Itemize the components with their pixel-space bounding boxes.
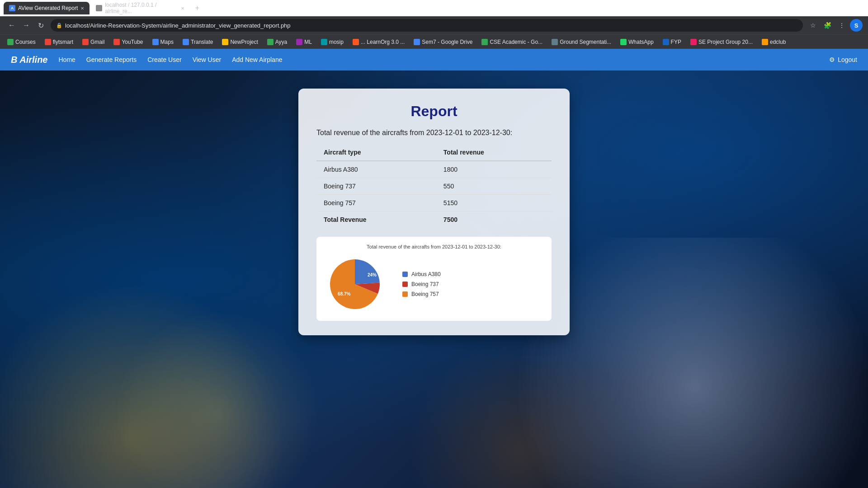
table-row-0: Airbus A3801800 <box>316 161 552 178</box>
cell-revenue-1: 550 <box>436 178 552 195</box>
browser-chrome: A AView Generated Report ✕ localhost / 1… <box>0 0 868 49</box>
tab-bar: A AView Generated Report ✕ localhost / 1… <box>0 0 868 16</box>
bookmark-bm1[interactable]: Courses <box>4 38 39 46</box>
pie-chart-wrapper: 24% 68.7% <box>326 255 384 314</box>
tab-inactive[interactable]: localhost / 127.0.0.1 / airline_re... ✕ <box>90 2 190 14</box>
tab-inactive-label: localhost / 127.0.0.1 / airline_re... <box>105 2 178 14</box>
tab-inactive-close[interactable]: ✕ <box>181 6 184 11</box>
nav-home[interactable]: Home <box>59 56 75 63</box>
app-navbar: B Airline Home Generate Reports Create U… <box>0 49 868 70</box>
back-btn[interactable]: ← <box>5 19 18 32</box>
page-background: Report Total revenue of the aircrafts fr… <box>0 70 868 488</box>
bookmark-label-bm10: mosip <box>329 39 344 45</box>
bookmark-btn[interactable]: ☆ <box>807 19 819 32</box>
nav-generate-reports[interactable]: Generate Reports <box>86 56 137 63</box>
bookmark-icon-bm16 <box>663 39 669 45</box>
bookmark-label-bm3: Gmail <box>90 39 104 45</box>
browser-actions: ☆ 🧩 ⋮ S <box>807 19 863 32</box>
url-text: localhost/Airline-Reservation-System/air… <box>65 22 291 29</box>
bookmark-bm6[interactable]: Translate <box>179 38 217 46</box>
bookmarks-bar: CoursesflytsmartGmailYouTubeMapsTranslat… <box>0 34 868 49</box>
cell-revenue-2: 5150 <box>436 195 552 211</box>
bookmark-icon-bm3 <box>82 39 89 45</box>
bookmark-bm5[interactable]: Maps <box>149 38 177 46</box>
bookmark-icon-bm7 <box>222 39 228 45</box>
bookmark-bm15[interactable]: WhatsApp <box>617 38 657 46</box>
legend-label-boeing757: Boeing 757 <box>411 291 439 297</box>
pie-segment-airbus <box>355 259 380 284</box>
bookmark-label-bm4: YouTube <box>122 39 143 45</box>
bookmark-label-bm13: CSE Academic - Go... <box>490 39 542 45</box>
bookmark-bm16[interactable]: FYP <box>659 38 685 46</box>
chart-legend: Airbus A380 Boeing 737 Boeing 757 <box>402 271 441 297</box>
tab-active-label: AView Generated Report <box>18 5 78 11</box>
bookmark-label-bm2: flytsmart <box>53 39 73 45</box>
col-header-revenue: Total revenue <box>436 144 552 161</box>
bookmark-icon-bm14 <box>552 39 558 45</box>
bookmark-bm10[interactable]: mosip <box>317 38 347 46</box>
tab-close-btn[interactable]: ✕ <box>80 6 84 11</box>
bookmark-bm9[interactable]: ML <box>292 38 316 46</box>
bookmark-label-bm14: Ground Segmentati... <box>560 39 611 45</box>
bookmark-bm12[interactable]: Sem7 - Google Drive <box>410 38 476 46</box>
new-tab-btn[interactable]: + <box>191 2 203 14</box>
bookmark-bm4[interactable]: YouTube <box>110 38 146 46</box>
logout-btn[interactable]: ⚙ Logout <box>829 56 857 63</box>
forward-btn[interactable]: → <box>20 19 33 32</box>
bookmark-label-bm7: NewProject <box>230 39 258 45</box>
bookmark-bm8[interactable]: Ayya <box>264 38 291 46</box>
bookmark-bm2[interactable]: flytsmart <box>41 38 77 46</box>
tab-active[interactable]: A AView Generated Report ✕ <box>4 2 90 14</box>
nav-buttons: ← → ↻ <box>5 19 47 32</box>
bookmark-label-bm17: SE Project Group 20... <box>698 39 753 45</box>
menu-btn[interactable]: ⋮ <box>835 19 848 32</box>
profile-btn[interactable]: S <box>850 19 863 32</box>
bookmark-label-bm12: Sem7 - Google Drive <box>422 39 472 45</box>
legend-label-boeing737: Boeing 737 <box>411 281 439 287</box>
nav-create-user[interactable]: Create User <box>147 56 181 63</box>
report-title: Report <box>316 103 552 120</box>
bookmark-bm7[interactable]: NewProject <box>218 38 261 46</box>
bookmark-bm18[interactable]: edclub <box>758 38 789 46</box>
bookmark-icon-bm18 <box>762 39 768 45</box>
bookmark-icon-bm1 <box>7 39 14 45</box>
logout-icon: ⚙ <box>829 56 835 63</box>
bookmark-label-bm5: Maps <box>160 39 174 45</box>
bookmark-bm13[interactable]: CSE Academic - Go... <box>478 38 546 46</box>
url-bar[interactable]: 🔒 localhost/Airline-Reservation-System/a… <box>51 19 803 32</box>
nav-add-airplane[interactable]: Add New Airplane <box>232 56 282 63</box>
cell-aircraft-2: Boeing 757 <box>316 195 436 211</box>
legend-boeing737: Boeing 737 <box>402 281 441 287</box>
bookmark-icon-bm13 <box>481 39 488 45</box>
bookmark-bm14[interactable]: Ground Segmentati... <box>548 38 615 46</box>
bookmark-icon-bm10 <box>321 39 327 45</box>
extensions-btn[interactable]: 🧩 <box>821 19 834 32</box>
bookmark-label-bm8: Ayya <box>275 39 287 45</box>
legend-boeing757: Boeing 757 <box>402 291 441 297</box>
bookmark-label-bm9: ML <box>304 39 312 45</box>
reload-btn[interactable]: ↻ <box>34 19 47 32</box>
bookmark-label-bm16: FYP <box>671 39 681 45</box>
bookmark-label-bm1: Courses <box>15 39 36 45</box>
cell-aircraft-3: Total Revenue <box>316 211 436 228</box>
chart-section: Total revenue of the aircrafts from 2023… <box>316 237 552 321</box>
bookmark-bm17[interactable]: SE Project Group 20... <box>687 38 756 46</box>
app-brand: B Airline <box>11 55 48 65</box>
pie-label-24: 24% <box>368 272 377 277</box>
bookmark-icon-bm11 <box>353 39 359 45</box>
tab-favicon: A <box>9 5 15 11</box>
bookmark-icon-bm9 <box>296 39 302 45</box>
bookmark-icon-bm12 <box>414 39 420 45</box>
bookmark-icon-bm17 <box>690 39 697 45</box>
table-row-2: Boeing 7575150 <box>316 195 552 211</box>
bookmark-icon-bm4 <box>113 39 120 45</box>
col-header-aircraft: Aircraft type <box>316 144 436 161</box>
nav-view-user[interactable]: View User <box>193 56 222 63</box>
bookmark-bm3[interactable]: Gmail <box>79 38 108 46</box>
table-row-3: Total Revenue7500 <box>316 211 552 228</box>
bookmark-label-bm15: WhatsApp <box>628 39 653 45</box>
bookmark-bm11[interactable]: ... LearnOrg 3.0 ... <box>349 38 408 46</box>
address-bar: ← → ↻ 🔒 localhost/Airline-Reservation-Sy… <box>0 16 868 34</box>
bookmark-icon-bm15 <box>620 39 627 45</box>
legend-dot-boeing737 <box>402 282 408 287</box>
